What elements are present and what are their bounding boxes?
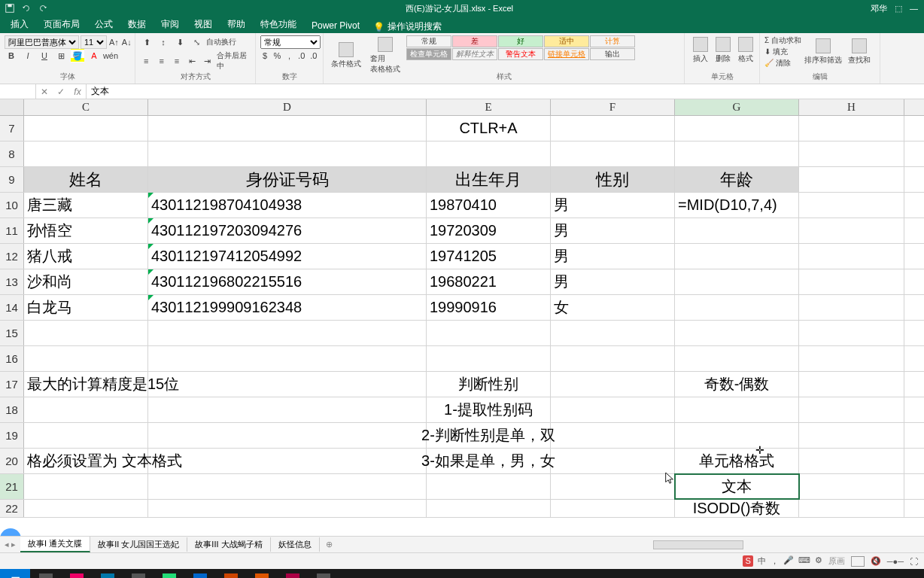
taskbar-app-7[interactable] <box>216 569 246 578</box>
cell-G22[interactable]: ISODD()奇数 <box>675 500 799 517</box>
style-good[interactable]: 好 <box>498 35 543 47</box>
row-header-17[interactable]: 17 <box>0 372 24 397</box>
cell-D14[interactable]: 430112199909162348 <box>148 295 427 320</box>
row-header-19[interactable]: 19 <box>0 423 24 448</box>
cell-G19[interactable] <box>675 423 799 448</box>
row-header-18[interactable]: 18 <box>0 397 24 422</box>
cell-D20[interactable] <box>148 449 427 473</box>
row-header-10[interactable]: 10 <box>0 193 24 218</box>
cell-F9[interactable]: 性别 <box>551 167 675 192</box>
sheet-tab-3[interactable]: 故事III 大战蝎子精 <box>187 537 270 552</box>
cell-G11[interactable] <box>675 218 799 243</box>
taskbar-app-10[interactable] <box>309 569 339 578</box>
cell-F14[interactable]: 女 <box>551 295 675 320</box>
style-warn[interactable]: 警告文本 <box>498 48 543 60</box>
sheet-tab-4[interactable]: 妖怪信息 <box>271 537 320 552</box>
cell-D18[interactable] <box>148 397 427 422</box>
cell-E14[interactable]: 19990916 <box>427 295 551 320</box>
ime-indicator[interactable]: S 中 ， 🎤 ⌨ ⚙ <box>737 555 828 567</box>
delete-cells-button[interactable]: 删除 <box>712 35 734 65</box>
cell-F13[interactable]: 男 <box>551 269 675 294</box>
orientation-icon[interactable]: ⤡ <box>190 35 203 49</box>
cell-C21[interactable] <box>24 474 148 499</box>
taskbar-app-4[interactable] <box>123 569 153 578</box>
cell-D13[interactable]: 430112196802215516 <box>148 269 427 294</box>
cell-H16[interactable] <box>799 346 904 371</box>
name-box[interactable] <box>0 84 36 99</box>
cell-G15[interactable] <box>675 321 799 345</box>
style-explain[interactable]: 解释性文本 <box>452 48 497 60</box>
cell-H11[interactable] <box>799 218 904 243</box>
taskbar-app-5[interactable] <box>154 569 184 578</box>
inc-decimal-icon[interactable]: .0 <box>297 49 306 62</box>
cell-G14[interactable] <box>675 295 799 320</box>
cell-D11[interactable]: 430112197203094276 <box>148 218 427 243</box>
enter-icon[interactable]: ✓ <box>53 84 69 99</box>
cell-H22[interactable] <box>799 500 904 517</box>
autosum-button[interactable]: Σ 自动求和 <box>764 35 801 46</box>
cell-D8[interactable] <box>148 141 427 166</box>
cell-E11[interactable]: 19720309 <box>427 218 551 243</box>
align-bottom-icon[interactable]: ⬇ <box>173 35 187 49</box>
col-header-G[interactable]: G <box>675 99 799 115</box>
cancel-icon[interactable]: ✕ <box>36 84 53 99</box>
save-icon[interactable] <box>5 3 15 14</box>
tab-special[interactable]: 特色功能 <box>253 16 304 33</box>
user-name[interactable]: 邓华 <box>871 3 887 14</box>
cell-C18[interactable] <box>24 397 148 422</box>
style-link[interactable]: 链接单元格 <box>544 48 589 60</box>
cell-C20[interactable]: 格必须设置为 文本格式 <box>24 449 148 473</box>
horizontal-scrollbar[interactable] <box>653 540 743 549</box>
align-left-icon[interactable]: ≡ <box>140 54 152 68</box>
align-middle-icon[interactable]: ↕ <box>157 35 170 49</box>
cell-C10[interactable]: 唐三藏 <box>24 193 148 218</box>
cell-C22[interactable] <box>24 500 148 517</box>
cell-E21[interactable] <box>427 474 551 499</box>
conditional-formatting-button[interactable]: 条件格式 <box>328 35 364 76</box>
cell-C11[interactable]: 孙悟空 <box>24 218 148 243</box>
style-calc[interactable]: 计算 <box>590 35 635 47</box>
underline-button[interactable]: U <box>38 49 51 62</box>
row-header-7[interactable]: 7 <box>0 116 24 141</box>
align-center-icon[interactable]: ≡ <box>155 54 167 68</box>
cell-G18[interactable] <box>675 397 799 422</box>
cell-G7[interactable] <box>675 116 799 141</box>
sheet-tab-1[interactable]: 故事I 通关文牒 <box>20 537 90 552</box>
taskbar-app-9[interactable] <box>278 569 308 578</box>
cell-G17[interactable]: 奇数-偶数 <box>675 372 799 397</box>
comma-icon[interactable]: , <box>284 49 293 62</box>
cell-E9[interactable]: 出生年月 <box>427 167 551 192</box>
style-output[interactable]: 输出 <box>590 48 635 60</box>
cell-C9[interactable]: 姓名 <box>24 167 148 192</box>
cell-E20[interactable]: 3-如果是单，男，女 <box>427 449 551 473</box>
tab-data[interactable]: 数据 <box>120 16 153 33</box>
cell-E15[interactable] <box>427 321 551 345</box>
border-button[interactable]: ⊞ <box>54 49 68 62</box>
format-cells-button[interactable]: 格式 <box>734 35 757 65</box>
normal-view-icon[interactable] <box>851 556 865 567</box>
cell-E7[interactable]: CTLR+A <box>427 116 551 141</box>
cell-F20[interactable] <box>551 449 675 473</box>
cell-G13[interactable] <box>675 269 799 294</box>
align-top-icon[interactable]: ⬆ <box>140 35 153 49</box>
cell-D9[interactable]: 身份证号码 <box>148 167 427 192</box>
cell-G21[interactable]: 文本 <box>675 474 799 499</box>
insert-cells-button[interactable]: 插入 <box>689 35 712 65</box>
style-neutral[interactable]: 适中 <box>544 35 589 47</box>
cell-H14[interactable] <box>799 295 904 320</box>
grow-font-icon[interactable]: A↑ <box>108 35 120 49</box>
cell-E10[interactable]: 19870410 <box>427 193 551 218</box>
start-button[interactable]: ⊞ <box>0 569 30 578</box>
cell-G9[interactable]: 年龄 <box>675 167 799 192</box>
cell-D12[interactable]: 430112197412054992 <box>148 244 427 269</box>
row-header-22[interactable]: 22 <box>0 500 24 517</box>
cell-C15[interactable] <box>24 321 148 345</box>
row-header-14[interactable]: 14 <box>0 295 24 320</box>
clear-button[interactable]: 🧹 清除 <box>764 58 801 68</box>
cell-C17[interactable]: 最大的计算精度是15位 <box>24 372 148 397</box>
cell-D16[interactable] <box>148 346 427 371</box>
cell-E19[interactable]: 2-判断性别是单，双 <box>427 423 551 448</box>
taskbar-app-6[interactable] <box>185 569 215 578</box>
cell-F22[interactable] <box>551 500 675 517</box>
cell-H7[interactable] <box>799 116 904 141</box>
